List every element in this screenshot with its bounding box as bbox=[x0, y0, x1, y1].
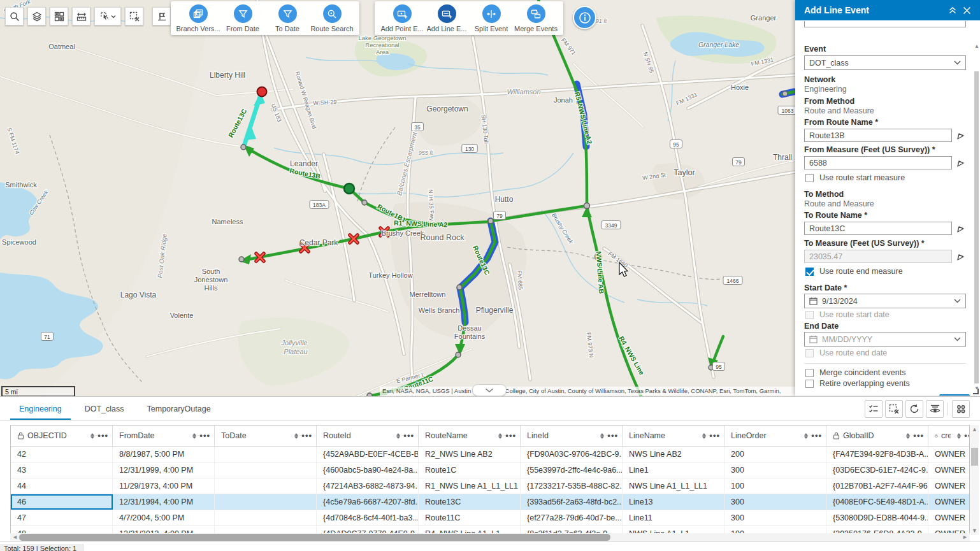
tool-add-point-event[interactable]: Add Point E... bbox=[381, 4, 423, 32]
measure-button[interactable] bbox=[72, 7, 90, 25]
sort-icon[interactable] bbox=[90, 433, 94, 439]
sort-icon[interactable] bbox=[906, 433, 910, 439]
table-row[interactable]: 428/8/1987, 5:00 PM{452A9ABD-E0EF-4CEB-B… bbox=[11, 447, 969, 462]
column-menu-icon[interactable]: ••• bbox=[913, 433, 924, 439]
cell[interactable]: {393ad56f-2a63-48fd-bc2... bbox=[521, 494, 623, 510]
cell[interactable]: 300 bbox=[724, 510, 826, 526]
start-date-picker[interactable]: 9/13/2024 bbox=[804, 294, 966, 308]
pick-from-map-icon[interactable] bbox=[956, 252, 966, 262]
to-route-name-input[interactable]: Route13C bbox=[804, 222, 952, 235]
tab-temporaryoutage[interactable]: TemporaryOutage bbox=[138, 397, 220, 420]
cell[interactable]: Route13C bbox=[419, 494, 521, 510]
cell[interactable]: {4c5e79a6-6687-4207-8fd... bbox=[317, 494, 419, 510]
panel-resize-handle[interactable] bbox=[973, 389, 979, 394]
column-header-create[interactable]: create••• bbox=[928, 426, 970, 446]
column-header-globalid[interactable]: GlobalID••• bbox=[826, 426, 928, 446]
map-canvas[interactable]: 3513079799595183A33491063146671 OatmealL… bbox=[0, 0, 795, 396]
column-header-routename[interactable]: RouteName••• bbox=[419, 426, 521, 446]
cell[interactable]: {4d7084c8-6cf4-40f1-ba3... bbox=[317, 510, 419, 526]
pick-from-map-icon[interactable] bbox=[956, 131, 966, 141]
column-menu-icon[interactable]: ••• bbox=[403, 433, 414, 439]
tool-merge-events[interactable]: Merge Events bbox=[515, 4, 557, 32]
cell[interactable]: 12/31/1994, 4:00 PM bbox=[113, 494, 215, 510]
cell[interactable]: NWS Line AB2 bbox=[623, 447, 724, 462]
cell[interactable]: {47214AB3-6882-4873-94... bbox=[317, 478, 419, 494]
cell[interactable]: OWNER bbox=[928, 462, 970, 478]
table-row[interactable]: 4312/31/1999, 4:00 PM{4600abc5-ba90-4e24… bbox=[11, 462, 969, 478]
tab-engineering[interactable]: Engineering bbox=[10, 397, 71, 420]
cell[interactable]: OWNER bbox=[928, 494, 970, 510]
cell[interactable]: {452A9ABD-E0EF-4CEB-B... bbox=[317, 447, 419, 462]
cell[interactable]: NWS Line A1_L1_LL1 bbox=[623, 478, 724, 494]
table-row[interactable]: 4411/29/1973, 4:00 PM{47214AB3-6882-4873… bbox=[11, 478, 969, 494]
cell[interactable]: 8/8/1987, 5:00 PM bbox=[113, 447, 215, 462]
pick-from-map-icon[interactable] bbox=[956, 224, 966, 234]
tool-add-line-event[interactable]: Add Line E... bbox=[426, 4, 468, 32]
cell[interactable]: {012B70B1-A2F7-4A4F-96... bbox=[826, 478, 928, 494]
cell[interactable]: OWNER bbox=[928, 478, 970, 494]
cell[interactable]: 47 bbox=[11, 510, 113, 526]
sort-icon[interactable] bbox=[192, 433, 196, 439]
scrollbar-thumb[interactable] bbox=[971, 448, 978, 466]
tab-dot_class[interactable]: DOT_class bbox=[76, 397, 133, 420]
column-menu-icon[interactable]: ••• bbox=[301, 433, 312, 439]
column-menu-icon[interactable]: ••• bbox=[97, 433, 108, 439]
column-header-objectid[interactable]: OBJECTID••• bbox=[11, 426, 113, 446]
cell[interactable]: 4/7/2004, 5:00 PM bbox=[113, 510, 215, 526]
cell[interactable] bbox=[215, 478, 317, 494]
flag-tool-button[interactable] bbox=[152, 7, 171, 25]
show-selected-records-button[interactable] bbox=[865, 400, 883, 418]
cell[interactable]: Route11C bbox=[419, 510, 521, 526]
table-options-button[interactable] bbox=[952, 400, 970, 418]
table-row[interactable]: 474/7/2004, 5:00 PM{4d7084c8-6cf4-40f1-b… bbox=[11, 510, 969, 526]
visible-fields-button[interactable] bbox=[926, 400, 944, 418]
event-select[interactable]: DOT_class bbox=[804, 55, 966, 70]
tool-split-event[interactable]: Split Event bbox=[470, 4, 512, 32]
cell[interactable] bbox=[215, 494, 317, 510]
sort-icon[interactable] bbox=[702, 433, 706, 439]
cell[interactable]: OWNER bbox=[928, 510, 970, 526]
basemap-button[interactable] bbox=[50, 7, 68, 25]
panel-scrollbar[interactable]: ▲ ▼ bbox=[974, 43, 979, 387]
cell[interactable]: {FD90A03C-9706-42BC-9... bbox=[521, 447, 623, 462]
sort-icon[interactable] bbox=[396, 433, 400, 439]
cell[interactable]: {17233217-535B-488C-82... bbox=[521, 478, 623, 494]
cell[interactable]: {ef277a28-79d6-40d7-be... bbox=[521, 510, 623, 526]
cell[interactable]: Line13 bbox=[623, 494, 724, 510]
scrollbar-thumb[interactable] bbox=[974, 71, 979, 383]
layers-button[interactable] bbox=[27, 7, 46, 25]
cell[interactable]: {4600abc5-ba90-4e24-8a... bbox=[317, 462, 419, 478]
cell[interactable] bbox=[215, 447, 317, 462]
cell[interactable]: 300 bbox=[724, 494, 826, 510]
refresh-button[interactable] bbox=[905, 400, 923, 418]
collapse-panel-button[interactable] bbox=[946, 3, 960, 17]
cell[interactable]: Route1C bbox=[419, 462, 521, 478]
column-header-todate[interactable]: ToDate••• bbox=[215, 426, 317, 446]
use-route-start-measure-row[interactable]: Use route start measure bbox=[805, 173, 905, 182]
cell[interactable]: {55e3997d-2ffc-4e4c-9a6... bbox=[521, 462, 623, 478]
info-button[interactable] bbox=[573, 6, 596, 29]
column-header-linename[interactable]: LineName••• bbox=[623, 426, 724, 446]
cell[interactable]: {53080D9D-ED8B-4044-9... bbox=[826, 510, 928, 526]
column-menu-icon[interactable]: ••• bbox=[199, 433, 210, 439]
table-vertical-scrollbar[interactable]: ▲ ▼ bbox=[970, 425, 979, 535]
sort-icon[interactable] bbox=[600, 433, 604, 439]
column-menu-icon[interactable]: ••• bbox=[709, 433, 720, 439]
use-route-end-measure-row[interactable]: Use route end measure bbox=[805, 267, 903, 276]
tool-to-date-filter[interactable]: To Date bbox=[266, 4, 308, 32]
use-route-start-measure-checkbox[interactable] bbox=[805, 174, 814, 182]
sort-icon[interactable] bbox=[294, 433, 298, 439]
cell[interactable]: 12/31/1999, 4:00 PM bbox=[113, 462, 215, 478]
next-button[interactable]: Next bbox=[939, 394, 970, 396]
from-route-name-input[interactable]: Route13B bbox=[804, 129, 952, 142]
merge-coincident-checkbox[interactable] bbox=[805, 369, 814, 377]
column-header-fromdate[interactable]: FromDate••• bbox=[113, 426, 215, 446]
retire-overlapping-row[interactable]: Retire overlapping events bbox=[805, 379, 910, 388]
cell[interactable]: 42 bbox=[11, 447, 113, 462]
sort-icon[interactable] bbox=[498, 433, 502, 439]
cell[interactable]: R2_NWS Line AB2 bbox=[419, 447, 521, 462]
collapse-table-button[interactable] bbox=[472, 384, 507, 396]
sort-icon[interactable] bbox=[957, 433, 961, 439]
from-measure-input[interactable]: 6588 bbox=[804, 156, 952, 169]
column-menu-icon[interactable]: ••• bbox=[964, 433, 970, 439]
